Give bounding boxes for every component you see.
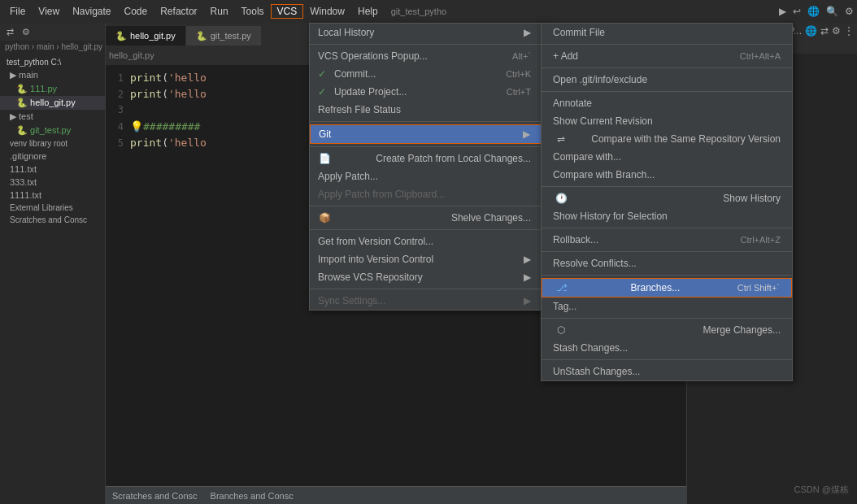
separator-3 <box>310 146 544 147</box>
arrow-icon-sync: ▶ <box>524 295 531 306</box>
vcs-apply-patch-clipboard[interactable]: Apply Patch from Clipboard... <box>310 185 544 203</box>
git-resolve-conflicts[interactable]: Resolve Conflicts... <box>542 254 792 272</box>
tab-icon-python2: 🐍 <box>196 31 207 41</box>
git-sep-2 <box>542 67 792 68</box>
tab-icon-python: 🐍 <box>115 31 127 41</box>
vcs-shelve-changes[interactable]: 📦 Shelve Changes... <box>310 209 544 227</box>
arrow-icon-git: ▶ <box>523 128 530 140</box>
vcs-create-patch[interactable]: 📄 Create Patch from Local Changes... <box>310 150 544 167</box>
history-icon: 🕐 <box>553 193 569 204</box>
menu-help[interactable]: Help <box>351 4 385 19</box>
right-panel-gear[interactable]: ⚙ <box>832 25 841 37</box>
vcs-update-project[interactable]: ✓ Update Project... Ctrl+T <box>310 83 544 101</box>
back-icon[interactable]: ↩ <box>793 6 801 17</box>
right-panel-settings[interactable]: ⋮ <box>844 25 854 37</box>
file-item-ext-libs[interactable]: External Libraries <box>0 202 105 214</box>
menu-refactor[interactable]: Refactor <box>154 4 203 19</box>
tab-git-test[interactable]: 🐍 git_test.py <box>186 26 262 46</box>
git-show-history-selection[interactable]: Show History for Selection <box>542 207 792 225</box>
globe-icon[interactable]: 🌐 <box>807 6 820 17</box>
menu-vcs[interactable]: VCS <box>271 4 304 19</box>
tab-hello-git[interactable]: 🐍 hello_git.py <box>106 26 186 46</box>
menu-navigate[interactable]: Navigate <box>66 4 117 19</box>
vcs-git[interactable]: Git ▶ <box>310 124 544 144</box>
bottom-branches[interactable]: Branches and Consc <box>211 491 294 501</box>
git-compare-same[interactable]: ⇌ Compare with the Same Repository Versi… <box>542 130 792 148</box>
separator-1 <box>310 44 544 45</box>
tab-label-gittest: git_test.py <box>211 31 251 41</box>
menu-file[interactable]: File <box>3 4 32 19</box>
git-sep-3 <box>542 91 792 92</box>
menu-code[interactable]: Code <box>118 4 154 19</box>
git-compare-with[interactable]: Compare with... <box>542 148 792 166</box>
vcs-dropdown-menu: Local History ▶ VCS Operations Popup... … <box>309 23 545 311</box>
git-unstash-changes[interactable]: UnStash Changes... <box>542 363 792 380</box>
menu-window[interactable]: Window <box>303 4 351 19</box>
file-item-1111txt[interactable]: 1111.txt <box>0 189 105 202</box>
git-annotate[interactable]: Annotate <box>542 94 792 112</box>
git-branches[interactable]: ⎇ Branches... Ctrl Shift+` <box>542 278 792 298</box>
separator-2 <box>310 121 544 122</box>
bottom-scratches[interactable]: Scratches and Consc <box>112 491 198 501</box>
right-panel-sync[interactable]: ⇄ <box>820 25 829 37</box>
file-item-111txt[interactable]: 111.txt <box>0 163 105 176</box>
vcs-commit[interactable]: ✓ Commit... Ctrl+K <box>310 65 544 83</box>
vcs-apply-patch[interactable]: Apply Patch... <box>310 167 544 185</box>
git-show-history[interactable]: 🕐 Show History <box>542 189 792 207</box>
git-sep-6 <box>542 251 792 252</box>
git-sep-9 <box>542 359 792 360</box>
separator-5 <box>310 229 544 230</box>
git-rollback[interactable]: Rollback... Ctrl+Alt+Z <box>542 231 792 249</box>
git-compare-branch[interactable]: Compare with Branch... <box>542 166 792 184</box>
arrow-icon-import: ▶ <box>524 254 531 265</box>
git-tag[interactable]: Tag... <box>542 298 792 315</box>
git-add[interactable]: + Add Ctrl+Alt+A <box>542 47 792 65</box>
git-stash-changes[interactable]: Stash Changes... <box>542 339 792 357</box>
git-merge-changes[interactable]: ⬡ Merge Changes... <box>542 321 792 339</box>
check-icon-update: ✓ <box>318 86 326 98</box>
vcs-sync-settings[interactable]: Sync Settings... ▶ <box>310 292 544 310</box>
file-item-111py[interactable]: 🐍 111.py <box>0 82 105 96</box>
git-commit-file[interactable]: Commit File <box>542 24 792 41</box>
settings-icon[interactable]: ⚙ <box>845 6 854 17</box>
gear-icon[interactable]: ⚙ <box>20 25 33 38</box>
left-panel: ⇄ ⚙ python › main › hello_git.py test_py… <box>0 23 106 504</box>
search-icon[interactable]: 🔍 <box>826 6 838 17</box>
vcs-import-vc[interactable]: Import into Version Control ▶ <box>310 250 544 268</box>
merge-icon: ⬡ <box>553 324 569 336</box>
file-item-hellogit[interactable]: 🐍 hello_git.py <box>0 96 105 110</box>
shelve-icon: 📦 <box>318 212 331 224</box>
project-title: git_test_pytho <box>391 7 447 16</box>
menu-tools[interactable]: Tools <box>235 4 271 19</box>
git-sep-1 <box>542 44 792 45</box>
sync-icon[interactable]: ⇄ <box>3 25 16 38</box>
tab-label-hellogit: hello_git.py <box>130 31 176 41</box>
menu-run[interactable]: Run <box>204 4 235 19</box>
git-show-current-revision[interactable]: Show Current Revision <box>542 112 792 130</box>
vcs-local-history[interactable]: Local History ▶ <box>310 24 544 41</box>
file-item-venv[interactable]: venv library root <box>0 137 105 150</box>
menu-view[interactable]: View <box>32 4 66 19</box>
file-item-test[interactable]: ▶ test <box>0 110 105 124</box>
file-item-gitignore[interactable]: .gitignore <box>0 150 105 163</box>
file-item-main[interactable]: ▶ main <box>0 68 105 82</box>
file-item-333txt[interactable]: 333.txt <box>0 176 105 189</box>
vcs-browse[interactable]: Browse VCS Repository ▶ <box>310 268 544 286</box>
vcs-ops-popup[interactable]: VCS Operations Popup... Alt+` <box>310 47 544 65</box>
top-menubar: File View Navigate Code Refactor Run Too… <box>0 0 857 23</box>
file-item-root[interactable]: test_python C:\ <box>0 56 105 68</box>
vcs-refresh-file-status[interactable]: Refresh File Status <box>310 101 544 119</box>
file-item-scratches[interactable]: Scratches and Consc <box>0 214 105 226</box>
right-panel-globe[interactable]: 🌐 <box>805 25 817 37</box>
patch-icon: 📄 <box>318 153 331 164</box>
separator-4 <box>310 206 544 206</box>
git-sep-5 <box>542 228 792 228</box>
git-open-exclude[interactable]: Open .git/info/exclude <box>542 71 792 89</box>
vcs-get-from-vc[interactable]: Get from Version Control... <box>310 232 544 250</box>
run-icon[interactable]: ▶ <box>779 6 786 17</box>
git-sep-8 <box>542 318 792 319</box>
branch-icon: ⎇ <box>554 282 570 293</box>
arrow-icon-local-history: ▶ <box>524 27 531 38</box>
file-item-gittestpy[interactable]: 🐍 git_test.py <box>0 124 105 137</box>
compare-icon: ⇌ <box>553 133 569 145</box>
